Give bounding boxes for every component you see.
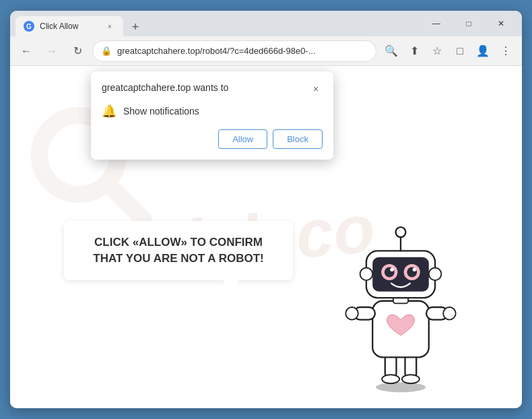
close-button[interactable]: ✕	[486, 13, 517, 34]
tab-favicon: G	[24, 21, 34, 32]
popup-buttons: Allow Block	[102, 129, 323, 149]
minimize-button[interactable]: —	[421, 13, 452, 34]
svg-point-5	[382, 375, 399, 383]
bookmark-button[interactable]: ☆	[426, 40, 448, 62]
popup-site-text: greatcaptchahere.top wants to	[102, 82, 228, 93]
svg-point-6	[402, 375, 420, 383]
share-button[interactable]: ⬆	[403, 40, 425, 62]
title-bar: G Click Allow × + — □ ✕	[10, 11, 522, 36]
browser-window: G Click Allow × + — □ ✕ ← → ↻ 🔒 greatcap…	[10, 11, 522, 408]
tab-title: Click Allow	[40, 22, 99, 31]
svg-point-20	[413, 268, 417, 272]
phone-button[interactable]: □	[449, 40, 471, 62]
notification-label: Show notifications	[123, 106, 199, 117]
new-tab-button[interactable]: +	[126, 18, 145, 36]
tab-close-button[interactable]: ×	[104, 21, 115, 32]
popup-notification-row: 🔔 Show notifications	[102, 104, 323, 119]
refresh-button[interactable]: ↻	[67, 40, 88, 62]
svg-point-24	[429, 268, 442, 281]
back-button[interactable]: ←	[15, 40, 37, 62]
page-content: risk.co greatcaptchahere.top wants to × …	[10, 66, 522, 408]
speech-bubble: CLICK «ALLOW» TO CONFIRM THAT YOU ARE NO…	[64, 221, 293, 280]
notification-popup: greatcaptchahere.top wants to × 🔔 Show n…	[91, 71, 333, 160]
profile-button[interactable]: 👤	[472, 40, 494, 62]
maximize-button[interactable]: □	[453, 13, 484, 34]
robot-svg	[333, 220, 468, 395]
svg-point-11	[443, 307, 456, 320]
search-button[interactable]: 🔍	[380, 40, 402, 62]
allow-button[interactable]: Allow	[218, 129, 267, 149]
captcha-message: CLICK «ALLOW» TO CONFIRM THAT YOU ARE NO…	[93, 236, 263, 265]
url-text: greatcaptchahere.top/robot4/?c=4ded666d-…	[117, 46, 368, 56]
svg-point-2	[376, 382, 426, 392]
popup-close-button[interactable]: ×	[309, 82, 323, 96]
bell-icon: 🔔	[102, 104, 117, 119]
nav-right-icons: 🔍 ⬆ ☆ □ 👤 ⋮	[380, 40, 517, 62]
tab-area: G Click Allow × +	[15, 11, 410, 36]
forward-button[interactable]: →	[41, 40, 63, 62]
address-bar[interactable]: 🔒 greatcaptchahere.top/robot4/?c=4ded666…	[92, 40, 376, 62]
robot-illustration	[333, 220, 468, 395]
svg-point-22	[396, 227, 406, 237]
svg-point-19	[390, 268, 394, 272]
popup-header: greatcaptchahere.top wants to ×	[102, 82, 323, 96]
block-button[interactable]: Block	[273, 129, 323, 149]
window-controls: — □ ✕	[421, 13, 517, 34]
active-tab[interactable]: G Click Allow ×	[15, 16, 123, 36]
svg-point-23	[360, 268, 373, 281]
svg-line-1	[109, 185, 145, 222]
menu-button[interactable]: ⋮	[495, 40, 517, 62]
navigation-bar: ← → ↻ 🔒 greatcaptchahere.top/robot4/?c=4…	[10, 36, 522, 66]
svg-point-10	[345, 307, 358, 320]
lock-icon: 🔒	[101, 46, 112, 56]
